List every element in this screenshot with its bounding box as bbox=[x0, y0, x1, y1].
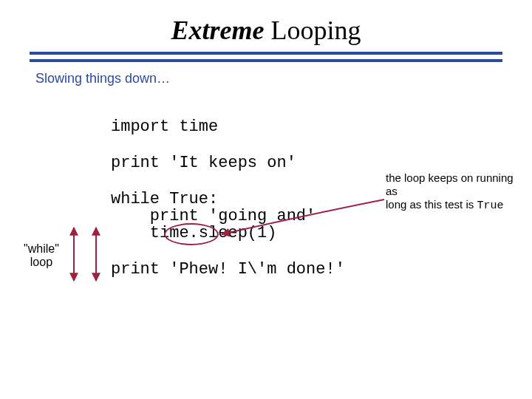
code-line-body1: print 'going and' bbox=[111, 208, 345, 225]
while-label-line1: "while" bbox=[24, 242, 59, 256]
loop-annotation: the loop keeps on running as long as thi… bbox=[386, 171, 526, 213]
code-line-print2: print 'Phew! I\'m done!' bbox=[111, 261, 345, 278]
code-line-body2: time.sleep(1) bbox=[111, 225, 345, 242]
while-label-line2: loop bbox=[24, 256, 59, 269]
code-block: import time print 'It keeps on' while Tr… bbox=[111, 118, 345, 279]
title-rest: Looping bbox=[264, 16, 361, 45]
code-line-import: import time bbox=[111, 118, 345, 135]
annot-line1: the loop keeps on running as bbox=[386, 171, 526, 198]
while-loop-label: "while" loop bbox=[24, 242, 59, 268]
slide-title: Extreme Looping bbox=[0, 15, 532, 46]
annot-line2: long as this test is True bbox=[386, 198, 526, 213]
code-line-print1: print 'It keeps on' bbox=[111, 154, 345, 171]
title-underline bbox=[30, 52, 502, 62]
subtitle: Slowing things down… bbox=[35, 71, 532, 86]
code-line-while: while True: bbox=[111, 191, 345, 208]
title-emphasis: Extreme bbox=[171, 16, 265, 45]
